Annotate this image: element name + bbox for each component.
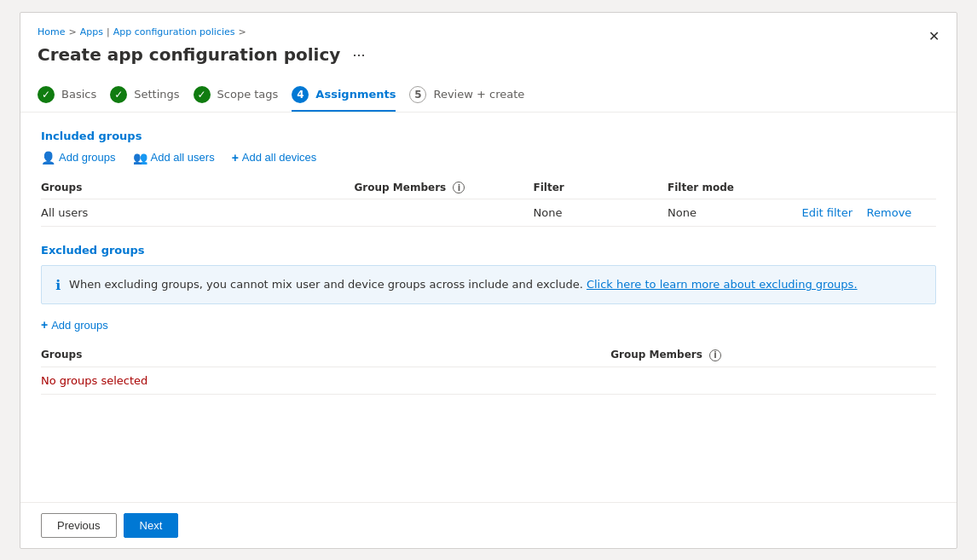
step-scopetags-label: Scope tags [217, 88, 279, 101]
step-reviewcreate-icon: 5 [409, 86, 426, 103]
step-assignments-label: Assignments [315, 88, 396, 101]
create-policy-panel: Home > Apps | App configuration policies… [20, 12, 957, 549]
page-title: Create app configuration policy [38, 44, 340, 65]
step-assignments[interactable]: 4 Assignments [292, 79, 409, 112]
panel-footer: Previous Next [20, 502, 957, 548]
no-groups-selected: No groups selected [41, 367, 936, 394]
checkmark-icon-3: ✓ [198, 89, 206, 101]
step-scopetags[interactable]: ✓ Scope tags [194, 79, 292, 112]
person-icon: 👤 [41, 151, 55, 165]
info-box-text: When excluding groups, you cannot mix us… [69, 276, 857, 293]
included-groups-title: Included groups [41, 130, 936, 142]
plus-icon: + [232, 151, 239, 165]
ellipsis-button[interactable]: ··· [347, 44, 370, 66]
add-all-users-button[interactable]: 👥 Add all users [133, 151, 215, 165]
excluded-add-groups-button[interactable]: + Add groups [41, 318, 108, 332]
breadcrumb: Home > Apps | App configuration policies… [38, 26, 939, 38]
step-basics[interactable]: ✓ Basics [38, 79, 110, 112]
step-basics-label: Basics [61, 88, 96, 101]
breadcrumb-home[interactable]: Home [38, 26, 65, 38]
col-header-actions [802, 176, 937, 199]
remove-link[interactable]: Remove [867, 206, 912, 219]
table-row: All users None None Edit filter Remove [41, 199, 936, 227]
add-all-devices-button[interactable]: + Add all devices [232, 151, 317, 165]
col-header-filter-mode: Filter mode [668, 176, 802, 199]
step-assignments-number: 4 [297, 89, 304, 101]
row-actions: Edit filter Remove [802, 199, 937, 227]
learn-more-link[interactable]: Click here to learn more about excluding… [587, 278, 858, 291]
add-groups-label: Add groups [59, 151, 116, 164]
checkmark-icon: ✓ [42, 89, 50, 101]
step-reviewcreate-label: Review + create [433, 88, 524, 101]
row-filter-mode: None [668, 199, 802, 227]
panel-header: Home > Apps | App configuration policies… [20, 13, 957, 113]
step-reviewcreate-number: 5 [414, 89, 421, 101]
group-members-info-icon[interactable]: i [453, 182, 465, 193]
people-icon: 👥 [133, 151, 147, 165]
col-header-filter: Filter [534, 176, 668, 199]
included-action-bar: 👤 Add groups 👥 Add all users + Add all d… [41, 151, 936, 165]
previous-button[interactable]: Previous [41, 513, 117, 538]
excluded-groups-table: Groups Group Members i No groups selecte… [41, 344, 936, 395]
step-basics-icon: ✓ [38, 86, 55, 103]
close-button[interactable]: ✕ [925, 25, 943, 48]
step-scopetags-icon: ✓ [194, 86, 211, 103]
add-all-devices-label: Add all devices [242, 151, 316, 164]
next-button[interactable]: Next [124, 513, 179, 538]
col-header-group-members: Group Members i [355, 176, 534, 199]
excluded-action-bar: + Add groups [41, 318, 936, 332]
included-table-container: Groups Group Members i Filter Filter mod… [41, 176, 936, 228]
excl-col-header-groups: Groups [41, 344, 610, 367]
add-all-users-label: Add all users [151, 151, 215, 164]
excluded-table-container: Groups Group Members i No groups selecte… [41, 344, 936, 395]
step-settings-label: Settings [134, 88, 179, 101]
add-groups-button[interactable]: 👤 Add groups [41, 151, 116, 165]
steps-nav: ✓ Basics ✓ Settings ✓ Scope tags [38, 79, 939, 112]
excl-col-header-members: Group Members i [610, 344, 936, 367]
step-settings[interactable]: ✓ Settings [110, 79, 193, 112]
included-groups-table: Groups Group Members i Filter Filter mod… [41, 176, 936, 228]
row-group-name: All users [41, 199, 355, 227]
panel-content: Included groups 👤 Add groups 👥 Add all u… [20, 113, 957, 502]
breadcrumb-sep2: > [239, 26, 246, 38]
edit-filter-link[interactable]: Edit filter [802, 206, 853, 219]
breadcrumb-pipe: | [107, 26, 110, 38]
excluded-add-groups-label: Add groups [51, 319, 108, 332]
breadcrumb-apps[interactable]: Apps [80, 26, 103, 38]
breadcrumb-sep1: > [68, 26, 76, 38]
title-row: Create app configuration policy ··· [38, 44, 939, 66]
breadcrumb-policies[interactable]: App configuration policies [113, 26, 235, 38]
step-assignments-icon: 4 [292, 86, 309, 103]
row-filter: None [534, 199, 668, 227]
col-header-groups: Groups [41, 176, 355, 199]
excluded-plus-icon: + [41, 318, 48, 332]
excluded-groups-info-box: ℹ When excluding groups, you cannot mix … [41, 265, 936, 304]
checkmark-icon-2: ✓ [114, 89, 123, 101]
excl-group-members-info-icon[interactable]: i [709, 349, 721, 361]
row-group-members [355, 199, 534, 227]
step-reviewcreate[interactable]: 5 Review + create [409, 79, 538, 112]
info-box-icon: ℹ [55, 277, 61, 293]
excluded-table-row-empty: No groups selected [41, 367, 936, 394]
step-settings-icon: ✓ [110, 86, 127, 103]
excluded-groups-title: Excluded groups [41, 244, 936, 257]
